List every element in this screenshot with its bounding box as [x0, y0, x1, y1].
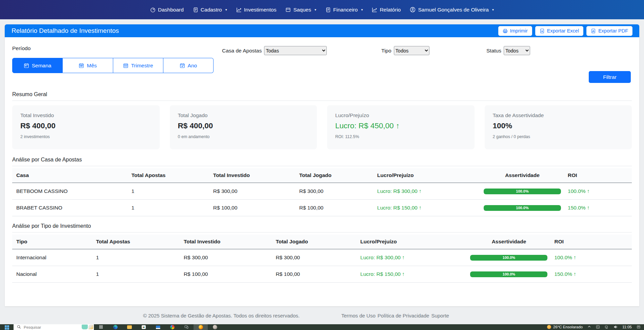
tipo-select[interactable]: Todos: [394, 46, 429, 55]
caret-down-icon: ▾: [492, 8, 494, 12]
store-icon[interactable]: [137, 324, 151, 330]
period-button-label: Semana: [32, 63, 52, 69]
card-subtext: 0 em andamento: [178, 134, 309, 139]
assertividade-progress: 100.0%: [470, 271, 547, 277]
cell-total-investido: R$ 100,00: [180, 266, 272, 283]
table-casa: CasaTotal ApostasTotal InvestidoTotal Jo…: [12, 168, 632, 216]
table-tipo: TipoTotal ApostasTotal InvestidoTotal Jo…: [12, 235, 632, 283]
sun-icon: [547, 325, 551, 329]
person-circle-icon: [410, 7, 416, 13]
cell-total-investido: R$ 100,00: [209, 200, 295, 216]
cell-name: BETBOOM CASSINO: [12, 183, 127, 200]
your-phone-icon[interactable]: [179, 324, 194, 330]
sync-tray-icon[interactable]: [596, 325, 600, 329]
taskbar-tray: 26°C Ensolarado 11:05: [547, 324, 644, 329]
nav-item-financeiro[interactable]: Financeiro▾: [325, 7, 363, 13]
cell-name: BRABET CASSINO: [12, 200, 127, 216]
imprimir-button[interactable]: Imprimir: [498, 26, 532, 36]
nav-item-investimentos[interactable]: Investimentos: [236, 7, 277, 13]
calendar-month-icon: Aug: [79, 63, 84, 68]
navbar-menu: DashboardCadastro▾InvestimentosSaques▾Fi…: [150, 7, 494, 13]
nav-item-relatorio[interactable]: Relatório: [372, 7, 401, 13]
report-card: Relatório Detalhado de Investimentos Imp…: [5, 24, 639, 306]
casa-de-apostas-select[interactable]: Todas: [264, 46, 327, 55]
start-button[interactable]: [0, 324, 14, 330]
filter-label: Status: [486, 48, 501, 54]
cell-total-jogado: R$ 300,00: [295, 183, 373, 200]
column-header-roi: ROI: [550, 235, 632, 249]
filter-label: Casa de Apostas: [222, 48, 262, 54]
network-tray-icon[interactable]: [605, 325, 609, 329]
column-header-roi: ROI: [564, 168, 632, 183]
weather-widget[interactable]: 26°C Ensolarado: [547, 325, 583, 329]
filter-button[interactable]: Filtrar: [589, 71, 631, 83]
summary-cards: Total InvestidoR$ 400,002 investimentosT…: [12, 105, 632, 149]
report-body: Período Casa de ApostasTodasTipoTodosSta…: [5, 37, 639, 306]
file-excel-icon: [540, 28, 545, 34]
task-view-icon[interactable]: [94, 324, 108, 330]
footer-link-termos-de-uso[interactable]: Termos de Uso: [341, 313, 376, 318]
period-button-trimestre[interactable]: Trimestre: [113, 58, 163, 73]
nav-item-dashboard[interactable]: Dashboard: [150, 7, 184, 13]
assertividade-progress-bar: 100.0%: [484, 205, 561, 211]
filter-label: Tipo: [381, 48, 391, 54]
column-header-total-investido: Total Investido: [180, 235, 272, 249]
filters-section: Período Casa de ApostasTodasTipoTodosSta…: [12, 43, 632, 87]
card-subtext: ROI: 112.5%: [335, 134, 466, 139]
file-explorer-icon[interactable]: [122, 324, 137, 330]
cell-total-apostas: 1: [127, 200, 209, 216]
notification-center-icon[interactable]: [637, 325, 641, 329]
exportar-excel-button[interactable]: Exportar Excel: [535, 26, 583, 36]
tipo-table-title: Análise por Tipo de Investimento: [12, 223, 632, 229]
footer-link-suporte[interactable]: Suporte: [431, 313, 449, 318]
gimp-icon[interactable]: [208, 324, 222, 330]
period-button-group: SemanaAugMêsTrimestreAno: [12, 58, 214, 73]
assertividade-progress-bar: 100.0%: [470, 271, 547, 277]
svg-text:Aug: Aug: [81, 65, 83, 67]
assertividade-progress: 100.0%: [470, 255, 547, 261]
filter-group-status: StatusTodos: [486, 46, 530, 55]
period-button-mes[interactable]: AugMês: [63, 58, 113, 73]
journal-icon: [193, 7, 198, 13]
tray-chevron-up-icon[interactable]: [587, 325, 591, 329]
column-header-lucro-prejuizo: Lucro/Prejuízo: [373, 168, 480, 183]
footer-link-politica-de-privacidade[interactable]: Política de Privacidade: [378, 313, 429, 318]
period-button-ano[interactable]: Ano: [163, 58, 214, 73]
volume-tray-icon[interactable]: [613, 325, 618, 329]
search-input[interactable]: [23, 325, 67, 330]
graph-up-icon: [372, 7, 377, 13]
nav-item-cadastro[interactable]: Cadastro▾: [193, 7, 227, 13]
mail-icon[interactable]: [151, 324, 165, 330]
card-value: 100%: [493, 122, 624, 130]
status-select[interactable]: Todos: [504, 46, 530, 55]
assertividade-progress: 100.0%: [484, 205, 561, 211]
card-label: Total Investido: [20, 112, 152, 118]
period-button-semana[interactable]: Semana: [12, 58, 63, 73]
nav-item-label: Investimentos: [244, 7, 277, 13]
tipo-row-internacional: Internacional1R$ 300,00R$ 300,00Lucro: R…: [12, 249, 632, 266]
nav-item-saques[interactable]: Saques▾: [285, 7, 316, 13]
taskbar-search[interactable]: [14, 324, 94, 330]
clock[interactable]: 11:05: [622, 325, 632, 329]
casa-row-betboom-cassino: BETBOOM CASSINO1R$ 300,00R$ 300,00Lucro:…: [12, 183, 632, 200]
edge-browser-icon[interactable]: [108, 324, 122, 330]
nav-item-label: Saques: [293, 7, 311, 13]
summary-card-lucro-prejuizo: Lucro/PrejuízoLucro: R$ 450,00 ↑ROI: 112…: [327, 105, 475, 149]
assertividade-progress: 100.0%: [484, 189, 561, 194]
column-header-total-apostas: Total Apostas: [127, 168, 209, 183]
exportar-pdf-button[interactable]: Exportar PDF: [586, 26, 632, 36]
firefox-icon[interactable]: [194, 324, 208, 330]
casa-analysis-section: Análise por Casa de Apostas CasaTotal Ap…: [12, 157, 632, 216]
footer-links: Termos de UsoPolítica de PrivacidadeSupo…: [340, 313, 450, 318]
column-header-assertividade: Assertividade: [466, 235, 550, 249]
summary-card-total-jogado: Total JogadoR$ 400,000 em andamento: [170, 105, 317, 149]
card-subtext: 2 ganhos / 0 perdas: [493, 134, 624, 139]
search-icon: [17, 325, 21, 329]
page-footer: © 2025 Sistema de Gestão de Apostas. Tod…: [0, 306, 593, 318]
divider: [12, 232, 632, 233]
nav-item-samuel-goncalves-de-oliveira[interactable]: Samuel Gonçalves de Oliveira▾: [410, 7, 494, 13]
divider: [12, 166, 632, 166]
box-window-icon: [285, 7, 291, 13]
assertividade-progress-bar: 100.0%: [470, 255, 547, 261]
chrome-icon[interactable]: [165, 324, 179, 330]
